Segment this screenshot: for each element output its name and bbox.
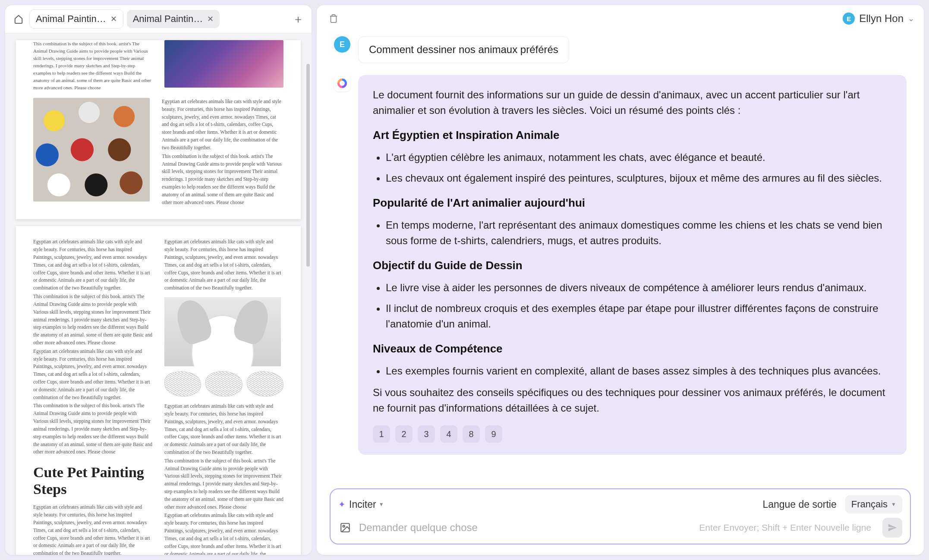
user-menu[interactable]: E Ellyn Hon ⌄ [843, 13, 914, 25]
doc-page-1: This combination is the subject of this … [16, 40, 301, 219]
list-item: En temps moderne, l'art représentant des… [386, 217, 892, 249]
ai-outro: Si vous souhaitez des conseils spécifiqu… [373, 385, 892, 416]
ref-3[interactable]: 3 [418, 425, 435, 443]
inciter-label: Inciter [349, 499, 376, 510]
tab-2[interactable]: Animal Paintin… ✕ [127, 10, 220, 28]
hero-image [164, 40, 283, 88]
doc-text: This combination is the subject of this … [164, 457, 283, 511]
sketch-row [164, 371, 283, 396]
doc-page-2: Egyptian art celebrates animals like cat… [16, 226, 301, 555]
conversation[interactable]: E Comment dessiner nos animaux préférés … [317, 32, 924, 488]
home-button[interactable] [11, 12, 26, 26]
avatar: E [334, 36, 350, 53]
image-button[interactable] [338, 521, 352, 535]
ref-8[interactable]: 8 [463, 425, 480, 443]
scrollbar[interactable] [306, 63, 310, 546]
document-scroll[interactable]: This combination is the subject of this … [5, 33, 312, 555]
send-button[interactable] [882, 518, 902, 538]
lang-label: Langue de sortie [762, 499, 836, 510]
tab-1[interactable]: Animal Paintin… ✕ [29, 9, 123, 28]
tab-bar: Animal Paintin… ✕ Animal Paintin… ✕ ＋ [5, 5, 312, 33]
chevron-down-icon: ⌄ [908, 14, 914, 23]
inciter-dropdown[interactable]: Inciter ▼ [349, 499, 384, 510]
ai-logo-icon [337, 79, 347, 88]
ai-section-title: Art Égyptien et Inspiration Animale [373, 127, 892, 144]
doc-text: Egyptian art celebrates animals like cat… [33, 348, 152, 402]
chat-header: E Ellyn Hon ⌄ [317, 5, 924, 32]
doc-text: Egyptian art celebrates animals like cat… [33, 503, 152, 555]
doc-text: This combination is the subject of this … [33, 40, 152, 91]
dog-image [164, 297, 281, 366]
list-item: Les chevaux ont également inspiré des pe… [386, 170, 892, 186]
ai-list: L'art égyptien célèbre les animaux, nota… [373, 150, 892, 186]
list-item: Les exemples fournis varient en complexi… [386, 363, 892, 379]
doc-text: This combination is the subject of this … [162, 153, 283, 207]
user-message-row: E Comment dessiner nos animaux préférés [334, 36, 907, 63]
sketch-2 [205, 371, 242, 396]
ai-section-title: Niveaux de Compétence [373, 340, 892, 357]
ai-list: Les exemples fournis varient en complexi… [373, 363, 892, 379]
paint-cans-image [33, 98, 150, 201]
ai-list: En temps moderne, l'art représentant des… [373, 217, 892, 249]
prompt-hint: Enter Envoyer; Shift + Enter Nouvelle li… [699, 522, 871, 533]
ref-9[interactable]: 9 [485, 425, 502, 443]
chevron-down-icon: ▼ [379, 501, 384, 507]
chat-pane: E Ellyn Hon ⌄ E Comment dessiner nos ani… [317, 5, 924, 555]
list-item: Il inclut de nombreux croquis et des exe… [386, 301, 892, 332]
ai-section-title: Objectif du Guide de Dessin [373, 257, 892, 274]
close-icon[interactable]: ✕ [207, 14, 214, 24]
prompt-input[interactable] [359, 522, 692, 534]
delete-button[interactable] [326, 11, 341, 26]
doc-text: This combination is the subject of this … [33, 293, 152, 347]
add-tab-button[interactable]: ＋ [291, 12, 305, 26]
ai-message-row: Le document fournit des informations sur… [334, 75, 907, 455]
doc-heading: Cute Pet Painting Steps [33, 464, 152, 497]
doc-text: Egyptian art celebrates animals like cat… [164, 238, 283, 292]
ai-intro: Le document fournit des informations sur… [373, 87, 892, 118]
ref-1[interactable]: 1 [373, 425, 390, 443]
ref-2[interactable]: 2 [395, 425, 413, 443]
doc-text: Egyptian art celebrates animals like cat… [164, 403, 283, 456]
sketch-1 [164, 371, 201, 396]
chevron-down-icon: ▼ [891, 501, 896, 507]
list-item: Le livre vise à aider les personnes de d… [386, 280, 892, 296]
doc-text: This combination is the subject of this … [33, 402, 152, 456]
lang-value: Français [851, 499, 888, 510]
tab-1-label: Animal Paintin… [36, 13, 106, 25]
ai-avatar [334, 75, 350, 91]
ref-4[interactable]: 4 [440, 425, 457, 443]
sparkle-icon: ✦ [338, 499, 346, 510]
reference-pills: 1 2 3 4 8 9 [373, 425, 892, 443]
user-message: Comment dessiner nos animaux préférés [358, 36, 569, 63]
list-item: L'art égyptien célèbre les animaux, nota… [386, 150, 892, 165]
tab-2-label: Animal Paintin… [133, 13, 203, 25]
svg-point-1 [343, 525, 345, 527]
ai-section-title: Popularité de l'Art animalier aujourd'hu… [373, 195, 892, 211]
document-pane: Animal Paintin… ✕ Animal Paintin… ✕ ＋ Th… [5, 5, 312, 555]
avatar: E [843, 13, 855, 25]
doc-text: Egyptian art celebrates animals like cat… [33, 238, 152, 292]
prompt-bar: ✦ Inciter ▼ Langue de sortie Français ▼ … [330, 488, 911, 544]
sketch-3 [247, 371, 283, 396]
language-select[interactable]: Français ▼ [845, 495, 902, 513]
doc-text: Egyptian art celebrates animals like cat… [162, 98, 283, 152]
ai-list: Le livre vise à aider les personnes de d… [373, 280, 892, 332]
close-icon[interactable]: ✕ [110, 14, 117, 24]
ai-message: Le document fournit des informations sur… [358, 75, 907, 455]
doc-text: Egyptian art celebrates animals like cat… [164, 512, 283, 555]
user-name: Ellyn Hon [859, 13, 904, 25]
